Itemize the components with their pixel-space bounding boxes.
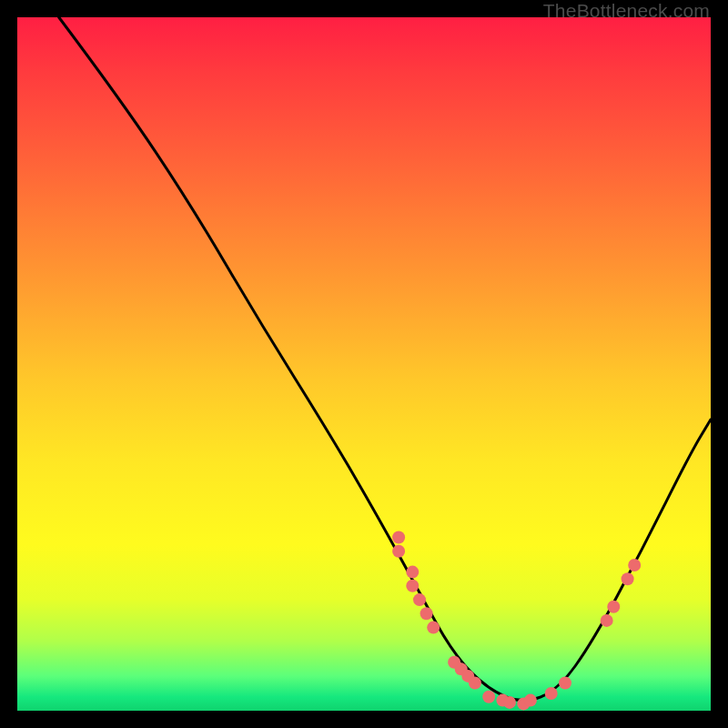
data-marker	[559, 677, 571, 690]
data-marker	[413, 593, 426, 606]
data-marker	[420, 607, 433, 620]
data-marker	[406, 566, 419, 579]
data-marker	[392, 545, 405, 558]
data-marker	[545, 687, 558, 700]
data-marker	[406, 580, 419, 592]
data-markers	[392, 531, 641, 711]
data-marker	[392, 531, 405, 544]
data-marker	[622, 572, 634, 585]
data-marker	[524, 694, 537, 707]
data-marker	[601, 614, 613, 627]
data-marker	[607, 601, 620, 613]
data-marker	[503, 696, 516, 709]
data-marker	[427, 622, 440, 634]
chart-area	[17, 17, 711, 711]
data-marker	[628, 559, 641, 571]
data-marker	[469, 677, 481, 690]
data-marker	[482, 691, 495, 703]
chart-svg	[17, 17, 711, 711]
bottleneck-curve	[59, 17, 711, 701]
